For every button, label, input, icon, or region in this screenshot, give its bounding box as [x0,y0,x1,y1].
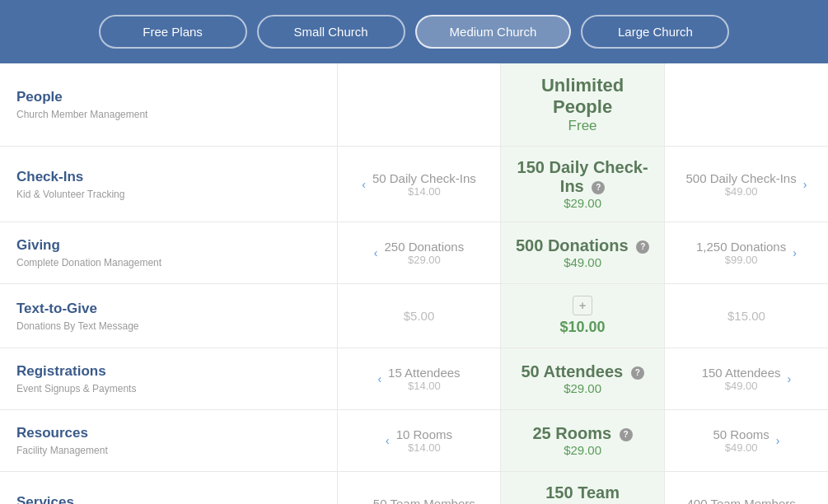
small-svc-nav: ‹ 50 Team Members $29.00 [346,497,493,505]
medium-people-amount: Unlimited People [509,75,656,118]
feature-title: Services [16,494,320,505]
large-reg-price: $49.00 [702,380,781,392]
large-ttg-price: $15.00 [673,309,820,323]
large-svc-nav: 400 Team Members $99.00 › [673,497,820,505]
medium-giving-cell: 500 Donations ? $49.00 [501,222,665,284]
arrow-left-icon[interactable]: ‹ [377,372,381,385]
plus-box-icon[interactable]: + [573,296,592,315]
small-reg-price: $14.00 [388,380,461,392]
small-ttg-price: $5.00 [346,309,493,323]
large-giving-price: $99.00 [696,254,786,266]
large-res-price: $49.00 [713,441,769,454]
table-row: Registrations Event Signups & Payments ‹… [0,348,828,410]
small-giving-price: $29.00 [384,254,464,266]
tab-medium-church[interactable]: Medium Church [415,15,572,49]
medium-checkins-price: $29.00 [509,196,656,210]
feature-text-to-give: Text-to-Give Donations By Text Message [0,284,337,348]
feature-title: Registrations [16,363,320,380]
small-res-cell: ‹ 10 Rooms $14.00 [337,410,501,472]
features-table-container: People Church Member Management Unlimite… [0,63,828,504]
large-checkins-amount: 500 Daily Check-Ins [685,171,796,185]
feature-title: People [16,89,320,105]
large-reg-nav: 150 Attendees $49.00 › [673,366,820,392]
feature-registrations: Registrations Event Signups & Payments [0,348,337,410]
arrow-left-icon[interactable]: ‹ [362,178,366,191]
small-res-price: $14.00 [396,441,452,454]
feature-subtitle: Church Member Management [16,109,320,120]
question-icon[interactable]: ? [636,240,649,254]
table-row: Giving Complete Donation Management ‹ 25… [0,222,828,284]
medium-people-cell: Unlimited People Free [501,63,665,147]
tab-large-church[interactable]: Large Church [581,15,729,49]
question-icon[interactable]: ? [631,366,644,380]
tab-small-church[interactable]: Small Church [257,15,405,49]
large-giving-cell: 1,250 Donations $99.00 › [664,222,828,284]
small-reg-nav: ‹ 15 Attendees $14.00 [346,366,493,392]
medium-people-price: Free [509,118,656,134]
large-res-amount: 50 Rooms [713,427,769,441]
arrow-left-icon[interactable]: ‹ [386,434,390,447]
small-reg-amount: 15 Attendees [388,366,461,380]
table-row: Check-Ins Kid & Volunteer Tracking ‹ 50 … [0,147,828,222]
medium-ttg-cell: + $10.00 [501,284,665,348]
feature-subtitle: Kid & Volunteer Tracking [16,189,320,200]
feature-title: Resources [16,425,320,441]
large-reg-cell: 150 Attendees $49.00 › [664,348,828,410]
feature-checkins: Check-Ins Kid & Volunteer Tracking [0,147,337,222]
small-svc-cell: ‹ 50 Team Members $29.00 [337,472,501,505]
large-people-cell [664,63,828,147]
feature-people: People Church Member Management [0,63,337,147]
medium-giving-price: $49.00 [509,255,656,269]
feature-title: Giving [16,237,320,254]
medium-ttg-amount: $10.00 [509,319,656,336]
feature-subtitle: Facility Management [16,445,320,456]
arrow-right-icon[interactable]: › [803,178,807,191]
large-res-nav: 50 Rooms $49.00 › [673,427,820,454]
medium-giving-amount: 500 Donations ? [509,236,656,255]
large-checkins-nav: 500 Daily Check-Ins $49.00 › [673,171,820,198]
arrow-right-icon[interactable]: › [776,434,780,447]
table-row: Text-to-Give Donations By Text Message $… [0,284,828,348]
small-ttg-cell: $5.00 [337,284,501,348]
feature-resources: Resources Facility Management [0,410,337,472]
arrow-right-icon[interactable]: › [793,246,797,259]
feature-title: Check-Ins [16,169,320,185]
medium-svc-amount: 150 Team Members ? [509,483,656,504]
large-checkins-price: $49.00 [685,185,796,198]
large-giving-amount: 1,250 Donations [696,240,786,254]
feature-subtitle: Donations By Text Message [16,320,320,332]
small-checkins-nav: ‹ 50 Daily Check-Ins $14.00 [346,171,493,198]
small-svc-amount: 50 Team Members [373,497,475,505]
tab-free-plans[interactable]: Free Plans [99,15,247,49]
small-giving-nav: ‹ 250 Donations $29.00 [346,240,493,266]
medium-reg-amount: 50 Attendees ? [509,362,656,381]
table-row: Resources Facility Management ‹ 10 Rooms… [0,410,828,472]
small-checkins-amount: 50 Daily Check-Ins [372,171,476,185]
medium-svc-cell: 150 Team Members ? $49.00 [501,472,665,505]
arrow-right-icon[interactable]: › [788,372,792,385]
medium-res-amount: 25 Rooms ? [509,424,656,443]
question-icon[interactable]: ? [620,428,633,441]
feature-subtitle: Event Signups & Payments [16,383,320,394]
large-checkins-cell: 500 Daily Check-Ins $49.00 › [664,147,828,222]
large-giving-nav: 1,250 Donations $99.00 › [673,240,820,266]
question-icon[interactable]: ? [592,181,605,194]
medium-res-cell: 25 Rooms ? $29.00 [501,410,665,472]
small-checkins-cell: ‹ 50 Daily Check-Ins $14.00 [337,147,501,222]
large-reg-amount: 150 Attendees [702,366,781,380]
table-row: Services Planning & Scheduling ‹ 50 Team… [0,472,828,505]
medium-checkins-amount: 150 Daily Check-Ins ? [509,158,656,196]
medium-reg-price: $29.00 [509,381,656,395]
feature-title: Text-to-Give [16,301,320,317]
small-res-amount: 10 Rooms [396,427,452,441]
large-ttg-cell: $15.00 [664,284,828,348]
plan-tabs-header: Free Plans Small Church Medium Church La… [0,0,828,63]
arrow-left-icon[interactable]: ‹ [374,246,378,259]
small-reg-cell: ‹ 15 Attendees $14.00 [337,348,501,410]
large-svc-cell: 400 Team Members $99.00 › [664,472,828,505]
pricing-table: People Church Member Management Unlimite… [0,63,828,504]
small-giving-amount: 250 Donations [384,240,464,254]
feature-services: Services Planning & Scheduling [0,472,337,505]
small-giving-cell: ‹ 250 Donations $29.00 [337,222,501,284]
large-res-cell: 50 Rooms $49.00 › [664,410,828,472]
